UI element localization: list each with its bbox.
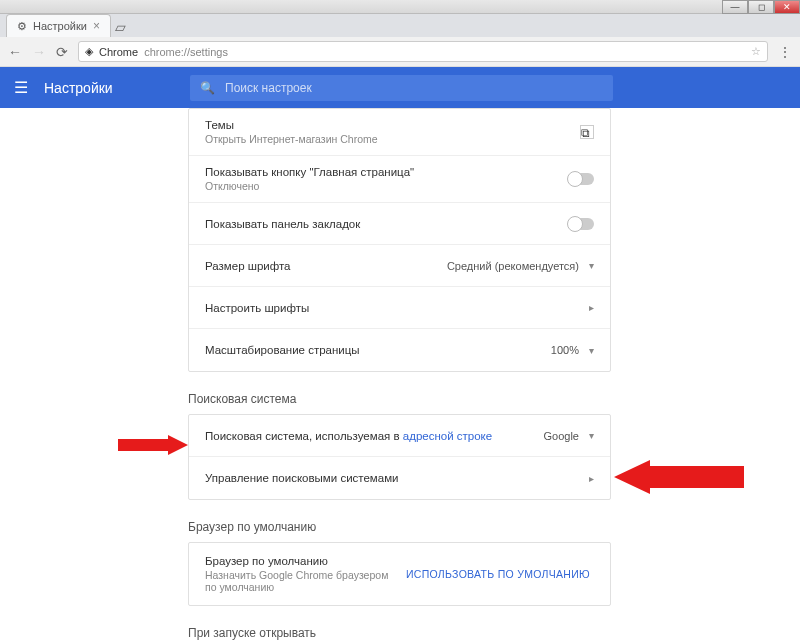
gear-icon: ⚙ bbox=[17, 20, 27, 33]
annotation-arrow-left bbox=[118, 435, 188, 455]
tab-strip: ⚙ Настройки × ▱ bbox=[0, 14, 800, 37]
tab-title: Настройки bbox=[33, 20, 87, 32]
browser-toolbar: ← → ⟳ ◈ Chrome chrome://settings ☆ ⋮ bbox=[0, 37, 800, 67]
customize-fonts-label: Настроить шрифты bbox=[205, 302, 589, 314]
themes-label: Темы bbox=[205, 119, 580, 131]
chevron-right-icon: ▸ bbox=[589, 302, 594, 313]
customize-fonts-row[interactable]: Настроить шрифты ▸ bbox=[189, 287, 610, 329]
address-bar[interactable]: ◈ Chrome chrome://settings ☆ bbox=[78, 41, 768, 62]
new-tab-button[interactable]: ▱ bbox=[111, 19, 131, 37]
font-size-row[interactable]: Размер шрифта Средний (рекомендуется)▾ bbox=[189, 245, 610, 287]
url-path: chrome://settings bbox=[144, 46, 228, 58]
page-content: ☰ Настройки 🔍 Темы Открыть Интернет-мага… bbox=[0, 67, 800, 640]
chevron-right-icon: ▸ bbox=[589, 473, 594, 484]
chevron-down-icon: ▾ bbox=[589, 345, 594, 356]
make-default-button[interactable]: ИСПОЛЬЗОВАТЬ ПО УМОЛЧАНИЮ bbox=[402, 562, 594, 586]
home-button-row: Показывать кнопку "Главная страница" Отк… bbox=[189, 156, 610, 203]
font-size-label: Размер шрифта bbox=[205, 260, 447, 272]
forward-button[interactable]: → bbox=[32, 44, 46, 60]
search-icon: 🔍 bbox=[200, 81, 215, 95]
search-engine-section-title: Поисковая система bbox=[188, 392, 611, 406]
address-bar-link[interactable]: адресной строке bbox=[403, 430, 492, 442]
home-button-toggle[interactable] bbox=[568, 173, 594, 185]
page-zoom-label: Масштабирование страницы bbox=[205, 344, 551, 356]
browser-menu-button[interactable]: ⋮ bbox=[778, 44, 792, 60]
font-size-value: Средний (рекомендуется) bbox=[447, 260, 579, 272]
reload-button[interactable]: ⟳ bbox=[56, 44, 68, 60]
url-scheme: Chrome bbox=[99, 46, 138, 58]
maximize-button[interactable]: ◻ bbox=[748, 0, 774, 14]
window-titlebar: — ◻ ✕ bbox=[0, 0, 800, 14]
back-button[interactable]: ← bbox=[8, 44, 22, 60]
search-input[interactable] bbox=[225, 81, 603, 95]
startup-section-title: При запуске открывать bbox=[188, 626, 611, 640]
chrome-icon: ◈ bbox=[85, 45, 93, 58]
svg-marker-1 bbox=[614, 460, 744, 494]
bookmarks-bar-toggle[interactable] bbox=[568, 218, 594, 230]
manage-search-engines-label: Управление поисковыми системами bbox=[205, 472, 589, 484]
search-engine-row[interactable]: Поисковая система, используемая в адресн… bbox=[189, 415, 610, 457]
settings-header: ☰ Настройки 🔍 bbox=[0, 67, 800, 108]
home-button-sub: Отключено bbox=[205, 180, 568, 192]
svg-marker-0 bbox=[118, 435, 188, 455]
default-browser-section-title: Браузер по умолчанию bbox=[188, 520, 611, 534]
manage-search-engines-row[interactable]: Управление поисковыми системами ▸ bbox=[189, 457, 610, 499]
chevron-down-icon: ▾ bbox=[589, 430, 594, 441]
default-browser-sub: Назначить Google Chrome браузером по умо… bbox=[205, 569, 402, 593]
themes-sub: Открыть Интернет-магазин Chrome bbox=[205, 133, 580, 145]
page-zoom-value: 100% bbox=[551, 344, 579, 356]
browser-tab-settings[interactable]: ⚙ Настройки × bbox=[6, 14, 111, 37]
bookmarks-bar-row: Показывать панель закладок bbox=[189, 203, 610, 245]
default-browser-card: Браузер по умолчанию Назначить Google Ch… bbox=[188, 542, 611, 606]
tab-close-icon[interactable]: × bbox=[93, 19, 100, 33]
bookmarks-bar-label: Показывать панель закладок bbox=[205, 218, 568, 230]
minimize-button[interactable]: — bbox=[722, 0, 748, 14]
annotation-arrow-right bbox=[614, 460, 744, 494]
window-close-button[interactable]: ✕ bbox=[774, 0, 800, 14]
home-button-label: Показывать кнопку "Главная страница" bbox=[205, 166, 568, 178]
search-engine-prefix: Поисковая система, используемая в bbox=[205, 430, 403, 442]
bookmark-star-icon[interactable]: ☆ bbox=[751, 45, 761, 58]
themes-row[interactable]: Темы Открыть Интернет-магазин Chrome ⧉ bbox=[189, 109, 610, 156]
default-browser-label: Браузер по умолчанию bbox=[205, 555, 402, 567]
page-title: Настройки bbox=[44, 80, 174, 96]
search-engine-value: Google bbox=[544, 430, 579, 442]
search-engine-card: Поисковая система, используемая в адресн… bbox=[188, 414, 611, 500]
chevron-down-icon: ▾ bbox=[589, 260, 594, 271]
external-link-icon: ⧉ bbox=[580, 125, 594, 139]
menu-icon[interactable]: ☰ bbox=[14, 78, 28, 97]
page-zoom-row[interactable]: Масштабирование страницы 100%▾ bbox=[189, 329, 610, 371]
settings-search[interactable]: 🔍 bbox=[190, 75, 613, 101]
appearance-card: Темы Открыть Интернет-магазин Chrome ⧉ П… bbox=[188, 108, 611, 372]
